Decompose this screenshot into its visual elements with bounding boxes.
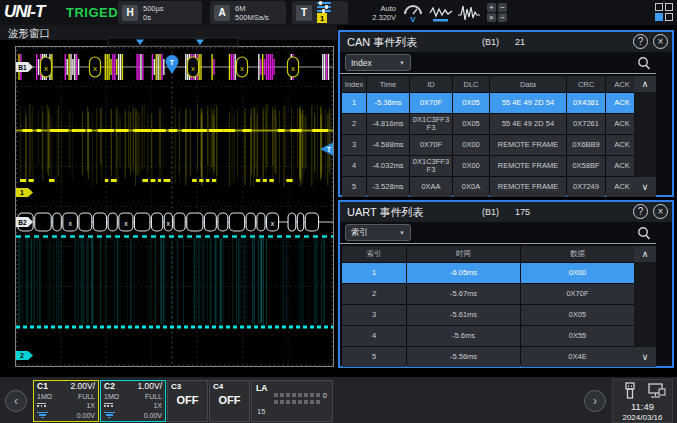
acquire-settings-button[interactable]: A 6M 500MSa/s <box>210 1 286 24</box>
column-header: 索引 <box>342 246 406 262</box>
close-icon[interactable]: × <box>653 204 668 219</box>
column-header: CRC <box>567 76 605 92</box>
trigger-source-badge: 1 <box>317 13 327 23</box>
can-panel-titlebar[interactable]: CAN 事件列表 (B1) 21 ? × <box>340 32 672 52</box>
uart-table-body: 1-6.05ms0X002-5.67ms0X70F3-5.61ms0X054-5… <box>342 263 634 367</box>
gauge-icon: V <box>402 3 424 23</box>
table-row[interactable]: 1-5.36ms0X70F0X0555 4E 49 2D 540X4381ACK <box>342 93 638 113</box>
clock-time: 11:49 <box>613 401 672 412</box>
table-row[interactable]: 4-4.032ms0X1C3FF3F30X00REMOTE FRAME0X58B… <box>342 156 638 176</box>
can-table-header: IndexTimeIDDLCDataCRCACK <box>342 76 638 92</box>
math-button[interactable]: + − × ÷ <box>485 2 509 23</box>
svg-text:×: × <box>489 13 493 22</box>
search-icon[interactable] <box>636 225 652 241</box>
la-channel-dot <box>286 400 290 404</box>
la-channel-dot <box>310 400 314 404</box>
channel4-card[interactable]: C4 OFF <box>209 380 250 422</box>
window-layout-button[interactable] <box>655 3 674 22</box>
scroll-up-icon[interactable]: ∧ <box>634 246 656 262</box>
svg-text:x: x <box>291 64 295 73</box>
table-row[interactable]: 3-5.61ms0X05 <box>342 305 634 325</box>
help-icon[interactable]: ? <box>633 34 648 49</box>
table-cell: 0X55 <box>521 326 634 346</box>
table-cell: 4 <box>342 156 366 176</box>
waveform-icon <box>429 3 453 23</box>
table-row[interactable]: 2-5.67ms0X70F <box>342 284 634 304</box>
channel2-card[interactable]: C21.00V/ 1MΩFULL 1X 0.00V <box>100 380 166 422</box>
can-panel-title: CAN 事件列表 <box>347 35 417 50</box>
can-table-body: 1-5.36ms0X70F0X0555 4E 49 2D 540X4381ACK… <box>342 93 638 197</box>
table-cell: REMOTE FRAME <box>490 177 566 197</box>
table-cell: -4.588ms <box>367 135 409 155</box>
trigger-mode-value: Auto <box>381 4 396 13</box>
svg-text:1: 1 <box>20 189 24 196</box>
scroll-up-icon[interactable]: ∧ <box>634 76 656 92</box>
oscilloscope-screen: UNI-T TRIGED H 500µs 0s A 6M 500MSa/s T … <box>0 0 677 423</box>
acquire-label: A <box>214 5 230 21</box>
table-cell: 0X0A <box>453 177 489 197</box>
table-cell: -6.05ms <box>407 263 520 283</box>
table-cell: 0X58BF <box>567 156 605 176</box>
la-channel-dot <box>274 400 278 404</box>
table-cell: REMOTE FRAME <box>490 135 566 155</box>
table-cell: 0X00 <box>453 135 489 155</box>
la-bit15-label: 15 <box>257 407 265 416</box>
la-channel-dot <box>316 400 320 404</box>
can-filter-dropdown[interactable]: Index ▼ <box>345 54 411 71</box>
svg-text:B2: B2 <box>18 219 27 226</box>
table-row[interactable]: 3-4.588ms0X70F0X00REMOTE FRAME0X6BB9ACK <box>342 135 638 155</box>
expand-right-button[interactable]: › <box>584 390 606 412</box>
dc-coupling-icon <box>104 403 113 409</box>
uart-bus-label: (B1) <box>482 207 499 217</box>
scroll-down-icon[interactable]: ∨ <box>634 177 656 197</box>
la-channel-grid <box>274 393 320 407</box>
uart-scrollbar[interactable]: ∧ ∨ <box>634 246 656 367</box>
horizontal-settings-button[interactable]: H 500µs 0s <box>118 1 202 24</box>
table-cell: -3.528ms <box>367 177 409 197</box>
uart-event-count: 175 <box>515 207 530 217</box>
table-cell: 0X1C3FF3F3 <box>410 156 452 176</box>
trigger-mode-readout: Auto 2.320V <box>352 1 396 24</box>
uart-panel-title: UART 事件列表 <box>347 205 424 220</box>
table-cell: 5 <box>342 347 406 367</box>
meter-button[interactable]: V <box>401 2 425 23</box>
table-cell: 0X7261 <box>567 114 605 134</box>
search-icon[interactable] <box>636 55 652 71</box>
table-cell: -5.56ms <box>407 347 520 367</box>
channel1-card[interactable]: C12.00V/ 1MΩFULL 1X 0.00V <box>33 380 99 422</box>
system-info-box[interactable]: 11:49 2024/03/16 <box>612 379 673 423</box>
help-icon[interactable]: ? <box>633 204 648 219</box>
chevron-down-icon: ▼ <box>399 60 405 66</box>
table-row[interactable]: 5-3.528ms0XAA0X0AREMOTE FRAME0X7249ACK <box>342 177 638 197</box>
svg-text:x: x <box>240 64 244 73</box>
table-row[interactable]: 2-4.816ms0X1C3FF3F30X0555 4E 49 2D 540X7… <box>342 114 638 134</box>
table-row[interactable]: 5-5.56ms0X4E <box>342 347 634 367</box>
math-icon: + − × ÷ <box>486 2 508 23</box>
svg-text:x: x <box>93 64 97 73</box>
usb-icon <box>626 383 634 398</box>
la-channel-dot <box>304 393 308 397</box>
table-cell: -5.6ms <box>407 326 520 346</box>
table-row[interactable]: 1-6.05ms0X00 <box>342 263 634 283</box>
spectrum-button[interactable] <box>457 2 481 23</box>
table-cell: 3 <box>342 135 366 155</box>
scroll-down-icon[interactable]: ∨ <box>634 347 656 367</box>
table-cell: 0X00 <box>453 156 489 176</box>
uni-t-logo: UNI-T <box>4 2 44 22</box>
uart-filter-dropdown[interactable]: 索引 ▼ <box>345 224 411 241</box>
collapse-left-button[interactable]: ‹ <box>5 390 27 412</box>
table-row[interactable]: 4-5.6ms0X55 <box>342 326 634 346</box>
waveform-view-button[interactable] <box>429 2 453 23</box>
ground-icon <box>104 412 115 419</box>
trigger-label: T <box>296 5 312 21</box>
logic-analyzer-card[interactable]: LA 0 15 <box>251 380 333 422</box>
table-cell: -5.67ms <box>407 284 520 304</box>
table-cell: 55 4E 49 2D 54 <box>490 114 566 134</box>
waveform-display[interactable]: xxxxxTB11xxxxB22T <box>0 25 337 375</box>
table-cell: 1 <box>342 263 406 283</box>
can-scrollbar[interactable]: ∧ ∨ <box>634 76 656 197</box>
channel3-card[interactable]: C3 OFF <box>167 380 208 422</box>
close-icon[interactable]: × <box>653 34 668 49</box>
uart-panel-titlebar[interactable]: UART 事件列表 (B1) 175 ? × <box>340 202 672 222</box>
trigger-settings-button[interactable]: T 1 <box>292 1 348 24</box>
